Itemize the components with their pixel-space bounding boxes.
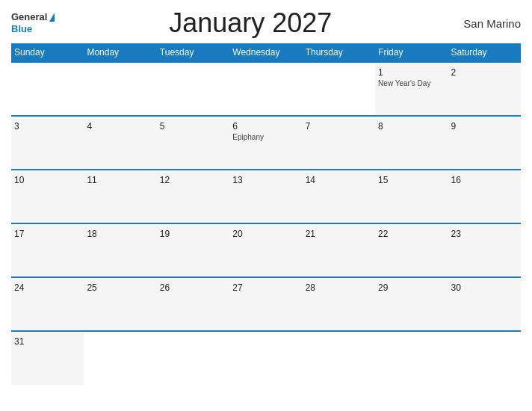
weekday-header: Monday <box>84 43 156 62</box>
day-number: 3 <box>14 121 81 132</box>
calendar-day-cell: 19 <box>157 223 229 277</box>
calendar-day-cell: 17 <box>11 223 84 277</box>
calendar-day-cell: 7 <box>303 116 375 170</box>
day-number: 15 <box>378 175 445 185</box>
calendar-table: SundayMondayTuesdayWednesdayThursdayFrid… <box>11 43 521 385</box>
country-label: San Marino <box>446 17 521 30</box>
day-number: 31 <box>14 336 81 347</box>
calendar-day-cell: 15 <box>375 170 448 223</box>
weekday-header: Sunday <box>11 43 84 62</box>
calendar-day-cell: 16 <box>448 170 521 223</box>
calendar-week-row: 10111213141516 <box>11 170 521 223</box>
calendar-day-cell: 12 <box>157 170 229 223</box>
calendar-week-row: 1New Year's Day2 <box>11 62 521 116</box>
day-number: 21 <box>306 229 372 239</box>
weekday-header: Saturday <box>448 43 521 62</box>
calendar-day-cell: 20 <box>229 223 302 277</box>
calendar-day-cell <box>11 62 84 116</box>
calendar-week-row: 17181920212223 <box>11 223 521 277</box>
calendar-day-cell <box>229 62 302 116</box>
weekday-header: Wednesday <box>229 43 302 62</box>
event-label: Epiphany <box>232 133 299 141</box>
day-number: 13 <box>232 175 299 185</box>
day-number: 12 <box>160 175 226 185</box>
day-number: 23 <box>451 229 518 239</box>
calendar-day-cell: 2 <box>448 62 521 116</box>
day-number: 19 <box>160 229 226 239</box>
day-number: 7 <box>306 121 372 132</box>
logo-triangle-icon <box>49 13 55 22</box>
logo-blue-text: Blue <box>11 23 32 35</box>
calendar-day-cell: 31 <box>11 331 84 385</box>
calendar-day-cell: 4 <box>84 116 156 170</box>
calendar-day-cell: 25 <box>84 277 156 331</box>
day-number: 10 <box>14 175 81 185</box>
calendar-day-cell: 10 <box>11 170 84 223</box>
calendar-day-cell <box>303 331 375 385</box>
calendar-day-cell: 1New Year's Day <box>375 62 448 116</box>
weekday-header: Tuesday <box>157 43 229 62</box>
calendar-body: 1New Year's Day23456Epiphany789101112131… <box>11 62 521 385</box>
calendar-day-cell: 22 <box>375 223 448 277</box>
day-number: 18 <box>87 229 153 239</box>
day-number: 25 <box>87 282 153 293</box>
month-title: January 2027 <box>55 7 446 39</box>
day-number: 30 <box>451 282 518 293</box>
day-number: 8 <box>378 121 445 132</box>
logo: General Blue <box>11 11 55 34</box>
day-number: 22 <box>378 229 445 239</box>
calendar-day-cell: 13 <box>229 170 302 223</box>
calendar-day-cell: 30 <box>448 277 521 331</box>
calendar-week-row: 3456Epiphany789 <box>11 116 521 170</box>
day-number: 6 <box>232 121 299 132</box>
day-number: 28 <box>306 282 372 293</box>
day-number: 29 <box>378 282 445 293</box>
header: General Blue January 2027 San Marino <box>11 7 521 39</box>
calendar-day-cell: 26 <box>157 277 229 331</box>
calendar-day-cell <box>84 331 156 385</box>
calendar-day-cell: 21 <box>303 223 375 277</box>
calendar-day-cell: 14 <box>303 170 375 223</box>
calendar-day-cell <box>303 62 375 116</box>
calendar-day-cell <box>375 331 448 385</box>
calendar-day-cell <box>229 331 302 385</box>
logo-general-text: General <box>11 11 47 23</box>
calendar-day-cell: 9 <box>448 116 521 170</box>
calendar-day-cell: 27 <box>229 277 302 331</box>
calendar-day-cell: 3 <box>11 116 84 170</box>
calendar-day-cell <box>157 331 229 385</box>
day-number: 24 <box>14 282 81 293</box>
weekday-row: SundayMondayTuesdayWednesdayThursdayFrid… <box>11 43 521 62</box>
calendar-day-cell: 29 <box>375 277 448 331</box>
calendar-day-cell: 18 <box>84 223 156 277</box>
calendar-week-row: 24252627282930 <box>11 277 521 331</box>
day-number: 20 <box>232 229 299 239</box>
day-number: 17 <box>14 229 81 239</box>
day-number: 26 <box>160 282 226 293</box>
day-number: 5 <box>160 121 226 132</box>
calendar-container: General Blue January 2027 San Marino Sun… <box>0 0 532 411</box>
weekday-header: Friday <box>375 43 448 62</box>
calendar-day-cell <box>157 62 229 116</box>
calendar-header: SundayMondayTuesdayWednesdayThursdayFrid… <box>11 43 521 62</box>
calendar-day-cell: 8 <box>375 116 448 170</box>
day-number: 4 <box>87 121 153 132</box>
calendar-week-row: 31 <box>11 331 521 385</box>
calendar-day-cell: 24 <box>11 277 84 331</box>
day-number: 9 <box>451 121 518 132</box>
calendar-day-cell <box>448 331 521 385</box>
day-number: 2 <box>451 67 518 78</box>
weekday-header: Thursday <box>303 43 375 62</box>
calendar-day-cell <box>84 62 156 116</box>
day-number: 27 <box>232 282 299 293</box>
calendar-day-cell: 5 <box>157 116 229 170</box>
calendar-day-cell: 23 <box>448 223 521 277</box>
day-number: 11 <box>87 175 153 185</box>
day-number: 1 <box>378 67 445 78</box>
calendar-day-cell: 6Epiphany <box>229 116 302 170</box>
day-number: 14 <box>306 175 372 185</box>
day-number: 16 <box>451 175 518 185</box>
event-label: New Year's Day <box>378 79 445 87</box>
calendar-day-cell: 11 <box>84 170 156 223</box>
calendar-day-cell: 28 <box>303 277 375 331</box>
